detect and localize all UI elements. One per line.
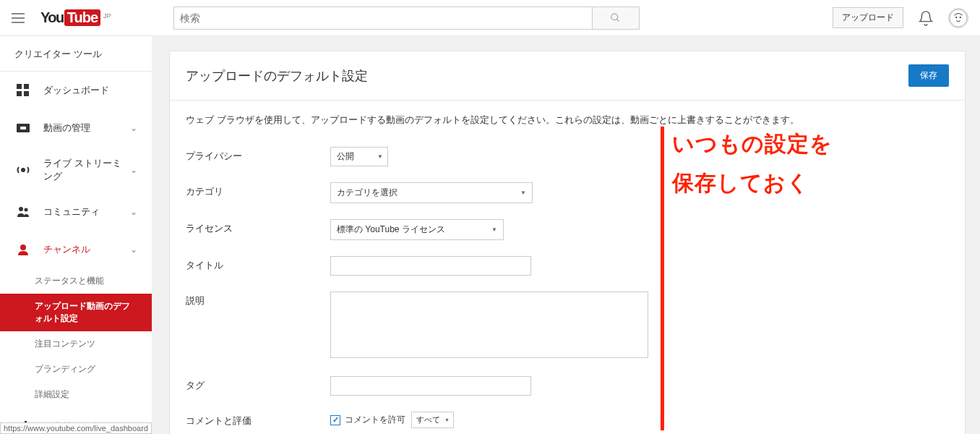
nav-label: 動画の管理 (43, 122, 130, 135)
youtube-logo[interactable]: You Tube JP (40, 9, 111, 26)
channel-icon (14, 241, 32, 258)
comments-label: コメントと評価 (186, 412, 330, 427)
chevron-down-icon: ⌄ (130, 123, 137, 133)
tags-label: タグ (186, 376, 330, 392)
title-label: タイトル (186, 256, 330, 272)
card-body: ウェブ ブラウザを使用して、アップロードする動画のデフォルトを設定してください。… (170, 101, 965, 434)
row-tags: タグ (186, 376, 949, 396)
svg-point-14 (20, 244, 26, 250)
svg-point-0 (611, 14, 618, 20)
hamburger-menu-icon[interactable] (12, 9, 29, 27)
page-title: アップロードのデフォルト設定 (186, 67, 368, 85)
status-bar-url: https://www.youtube.com/live_dashboard (0, 422, 152, 434)
header-right: アップロード (833, 7, 968, 28)
privacy-label: プライバシー (186, 147, 330, 163)
svg-point-3 (955, 16, 957, 17)
search-icon (610, 12, 621, 23)
subitem-upload-defaults[interactable]: アップロード動画のデフォルト設定 (0, 294, 152, 331)
search-button[interactable] (593, 7, 640, 30)
header: You Tube JP アップロード (0, 0, 980, 36)
svg-line-1 (616, 19, 619, 21)
community-icon (14, 203, 32, 221)
live-icon (14, 161, 32, 179)
sidebar-item-channel[interactable]: チャンネル ⌄ (0, 231, 152, 268)
logo-tube: Tube (64, 9, 100, 26)
save-button[interactable]: 保存 (908, 64, 949, 87)
category-label: カテゴリ (186, 182, 330, 198)
row-privacy: プライバシー 公開 (186, 147, 949, 166)
svg-point-2 (950, 9, 967, 26)
nav-label: コミュニティ (43, 205, 130, 218)
logo-you: You (40, 9, 64, 26)
svg-rect-6 (24, 84, 29, 89)
avatar[interactable] (948, 8, 968, 28)
annotation-text: いつもの設定を 保存しておく (672, 124, 833, 203)
nav-label: チャンネル (43, 243, 130, 256)
row-title: タイトル (186, 256, 949, 276)
chevron-down-icon: ⌄ (130, 165, 137, 175)
sidebar-item-videos[interactable]: 動画の管理 ⌄ (0, 109, 152, 147)
privacy-select[interactable]: 公開 (330, 147, 388, 166)
allow-comments-row: コメントを許可 すべて (330, 412, 648, 428)
category-select[interactable]: カテゴリを選択 (330, 182, 533, 203)
subitem-status[interactable]: ステータスと機能 (0, 268, 152, 294)
license-label: ライセンス (186, 219, 330, 235)
svg-point-13 (25, 208, 28, 212)
tags-input[interactable] (330, 376, 531, 396)
annotation-line (661, 127, 664, 430)
subitem-featured[interactable]: 注目コンテンツ (0, 331, 152, 357)
logo-jp: JP (103, 12, 111, 20)
svg-rect-10 (20, 127, 26, 129)
sidebar-item-community[interactable]: コミュニティ ⌄ (0, 193, 152, 231)
sidebar: クリエイター ツール ダッシュボード 動画の管理 ⌄ ライブ ストリーミング ⌄… (0, 36, 152, 434)
card-header: アップロードのデフォルト設定 保存 (170, 51, 965, 101)
sidebar-title: クリエイター ツール (0, 36, 152, 72)
content: アップロードのデフォルト設定 保存 ウェブ ブラウザを使用して、アップロードする… (152, 36, 980, 434)
row-category: カテゴリ カテゴリを選択 (186, 182, 949, 203)
svg-point-11 (22, 169, 25, 171)
sidebar-item-dashboard[interactable]: ダッシュボード (0, 72, 152, 109)
chevron-down-icon: ⌄ (130, 207, 137, 217)
svg-rect-8 (24, 91, 29, 96)
description-label: 説明 (186, 292, 330, 307)
main-wrap: クリエイター ツール ダッシュボード 動画の管理 ⌄ ライブ ストリーミング ⌄… (0, 36, 980, 434)
search-wrap (173, 7, 640, 30)
dashboard-icon (14, 82, 32, 99)
subitem-advanced[interactable]: 詳細設定 (0, 382, 152, 407)
subitem-branding[interactable]: ブランディング (0, 357, 152, 382)
nav-label: ライブ ストリーミング (43, 157, 130, 183)
upload-button[interactable]: アップロード (833, 7, 903, 28)
description-text: ウェブ ブラウザを使用して、アップロードする動画のデフォルトを設定してください。… (186, 114, 949, 127)
chevron-down-icon: ⌄ (130, 244, 137, 255)
title-input[interactable] (330, 256, 531, 276)
description-textarea[interactable] (330, 292, 648, 358)
sidebar-item-live[interactable]: ライブ ストリーミング ⌄ (0, 147, 152, 193)
row-license: ライセンス 標準の YouTube ライセンス (186, 219, 949, 240)
row-comments: コメントと評価 コメントを許可 すべて この動画の評価をユーザーに表示する (186, 412, 949, 434)
svg-point-12 (19, 207, 23, 211)
allow-comments-checkbox[interactable] (330, 415, 340, 425)
license-select[interactable]: 標準の YouTube ライセンス (330, 219, 504, 240)
bell-icon[interactable] (918, 10, 934, 26)
svg-rect-7 (17, 91, 22, 96)
video-icon (14, 119, 32, 137)
settings-card: アップロードのデフォルト設定 保存 ウェブ ブラウザを使用して、アップロードする… (169, 51, 966, 434)
comments-scope-select[interactable]: すべて (411, 412, 454, 428)
nav-label: ダッシュボード (43, 84, 137, 97)
svg-point-4 (960, 16, 961, 17)
row-description: 説明 (186, 292, 949, 360)
allow-comments-label: コメントを許可 (345, 414, 405, 426)
svg-rect-5 (17, 84, 22, 89)
search-input[interactable] (173, 7, 593, 30)
